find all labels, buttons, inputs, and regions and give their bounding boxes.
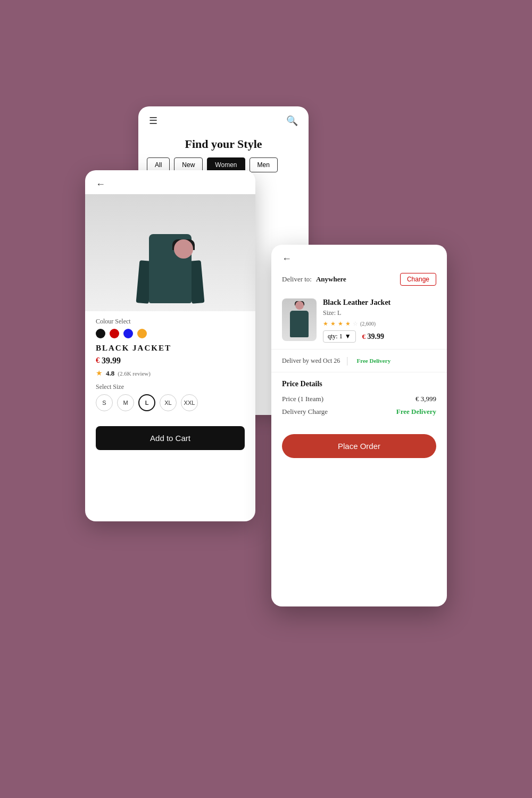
star-1: ★ xyxy=(323,320,328,327)
order-item: Black Leather Jacket Size: L ★ ★ ★ ★ ☆ (… xyxy=(271,292,447,350)
product-name: BLACK JACKET xyxy=(96,344,245,353)
screen-product-detail: ← Colour Select BLACK JACKET xyxy=(85,170,255,521)
deliver-location: Anywhere xyxy=(316,275,396,284)
qty-selector[interactable]: qty: 1 ▼ xyxy=(323,330,356,343)
delivery-info-row: Deliver by wed Oct 26 | Free Delivery xyxy=(271,350,447,372)
size-selector: S M L XL XXL xyxy=(96,394,245,411)
price-1item-value: € 3,999 xyxy=(415,395,436,403)
screen-order-summary: ← Deliver to: Anywhere Change Black Leat… xyxy=(271,245,447,606)
order-price: € 39.99 xyxy=(362,332,385,341)
order-euro: € xyxy=(362,332,366,340)
back-button[interactable]: ← xyxy=(96,179,105,190)
change-location-button[interactable]: Change xyxy=(400,273,436,286)
add-to-cart-button[interactable]: Add to Cart xyxy=(96,426,245,450)
size-xxl[interactable]: XXL xyxy=(181,394,198,411)
colour-gold[interactable] xyxy=(137,329,147,338)
colour-red[interactable] xyxy=(110,329,119,338)
size-s[interactable]: S xyxy=(96,394,113,411)
delivery-charge-value: Free Delivery xyxy=(396,408,436,416)
star-5-empty: ☆ xyxy=(353,320,358,327)
star-2: ★ xyxy=(330,320,336,327)
product-image xyxy=(85,194,255,311)
search-icon[interactable]: 🔍 xyxy=(286,115,298,127)
order-item-stars: ★ ★ ★ ★ ☆ (2,600) xyxy=(323,320,436,327)
price-1item-label: Price (1 Iteam) xyxy=(282,395,323,403)
delivery-charge-row: Delivery Charge Free Delivery xyxy=(282,408,436,416)
colour-select-label: Colour Select xyxy=(96,318,245,326)
deliver-by-text: Deliver by wed Oct 26 xyxy=(282,357,340,365)
price-details-section: Price Details Price (1 Iteam) € 3,999 De… xyxy=(271,372,447,428)
currency-symbol: € xyxy=(96,356,99,365)
star-icon: ★ xyxy=(96,369,103,378)
deliver-to-label: Deliver to: xyxy=(282,275,312,284)
qty-value: qty: 1 xyxy=(328,332,343,340)
qty-price-row: qty: 1 ▼ € 39.99 xyxy=(323,330,436,343)
rating-number: 4.8 xyxy=(106,369,114,378)
free-delivery-badge: Free Delivery xyxy=(357,358,391,364)
order-review-count: (2,600) xyxy=(360,321,376,327)
size-xl[interactable]: XL xyxy=(160,394,177,411)
price-row: € 39.99 xyxy=(96,356,245,365)
find-style-title: Find your Style xyxy=(138,135,309,157)
tab-men[interactable]: Men xyxy=(250,157,278,172)
place-order-button[interactable]: Place Order xyxy=(282,434,436,458)
star-4: ★ xyxy=(345,320,351,327)
order-header: ← xyxy=(271,245,447,269)
colour-black[interactable] xyxy=(96,329,105,338)
size-l[interactable]: L xyxy=(138,394,155,411)
select-size-label: Select Size xyxy=(96,383,245,391)
qty-chevron: ▼ xyxy=(345,332,351,340)
order-item-details: Black Leather Jacket Size: L ★ ★ ★ ★ ☆ (… xyxy=(323,298,436,343)
order-item-size: Size: L xyxy=(323,309,436,317)
order-item-name: Black Leather Jacket xyxy=(323,298,436,307)
delivery-row: Deliver to: Anywhere Change xyxy=(271,269,447,290)
price-details-title: Price Details xyxy=(282,380,436,388)
colour-selector xyxy=(96,329,245,338)
separator: | xyxy=(346,356,348,365)
order-price-value: 39.99 xyxy=(368,332,385,340)
rating-row: ★ 4.8 (2.6K review) xyxy=(96,369,245,378)
hamburger-icon[interactable]: ☰ xyxy=(149,115,157,127)
delivery-charge-label: Delivery Charge xyxy=(282,408,328,416)
price-1-item-row: Price (1 Iteam) € 3,999 xyxy=(282,395,436,403)
order-item-image xyxy=(282,298,317,341)
review-count: (2.6K review) xyxy=(118,370,151,377)
back-button-s3[interactable]: ← xyxy=(282,253,292,264)
size-m[interactable]: M xyxy=(117,394,134,411)
star-3: ★ xyxy=(338,320,343,327)
price-value: 39.99 xyxy=(102,356,121,365)
colour-blue[interactable] xyxy=(123,329,133,338)
